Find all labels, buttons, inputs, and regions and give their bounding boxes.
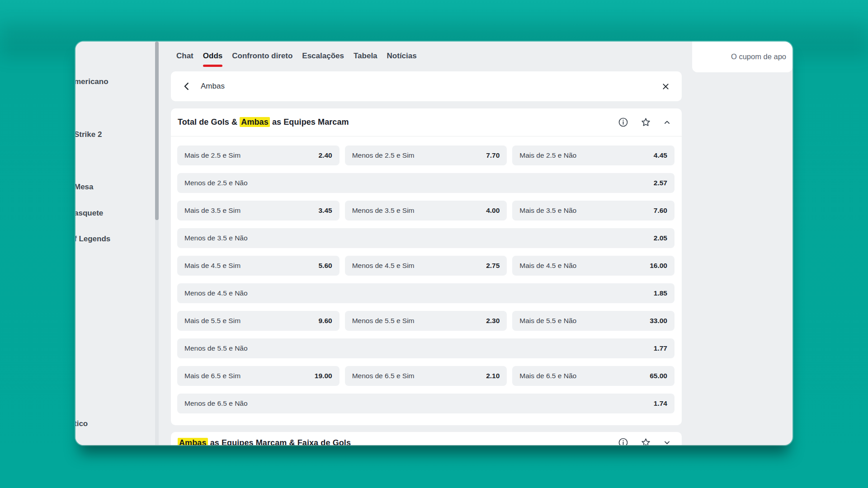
odds-button[interactable]: Mais de 2.5 e Sim 2.40: [177, 145, 340, 165]
odds-value: 16.00: [650, 262, 667, 270]
odds-button[interactable]: Menos de 3.5 e Não 2.05: [177, 228, 675, 248]
odds-value: 19.00: [315, 372, 332, 380]
odds-value: 4.45: [654, 151, 667, 160]
market-title: Ambas as Equipes Marcam & Faixa de Gols: [178, 437, 351, 445]
sidebar-item-tico[interactable]: tico: [75, 418, 155, 429]
odds-button[interactable]: Mais de 2.5 e Não 4.45: [512, 145, 675, 165]
event-tabs: Chat Odds Confronto direto Escalações Ta…: [176, 52, 417, 66]
sidebar-item-basquete[interactable]: asquete: [75, 208, 155, 219]
tab-chat[interactable]: Chat: [176, 52, 193, 66]
market-header: Ambas as Equipes Marcam & Faixa de Gols: [171, 432, 682, 445]
odds-button[interactable]: Menos de 6.5 e Sim 2.10: [345, 366, 507, 386]
odds-label: Mais de 5.5 e Não: [519, 317, 576, 325]
bet-slip-panel: O cupom de apo: [692, 42, 793, 72]
odds-button[interactable]: Mais de 3.5 e Sim 3.45: [177, 201, 340, 221]
close-icon[interactable]: [661, 82, 670, 91]
market-header: Total de Gols & Ambas as Equipes Marcam: [171, 108, 682, 136]
odds-button[interactable]: Mais de 6.5 e Não 65.00: [512, 366, 675, 386]
sidebar-scrollbar-track: [155, 42, 159, 445]
odds-value: 7.70: [486, 151, 500, 160]
event-window: mericano Strike 2 Mesa asquete f Legends…: [75, 42, 793, 445]
highlighted-term: Ambas: [178, 438, 208, 445]
odds-label: Menos de 2.5 e Não: [184, 179, 248, 187]
odds-button[interactable]: Menos de 3.5 e Sim 4.00: [345, 201, 507, 221]
odds-label: Menos de 2.5 e Sim: [352, 151, 415, 160]
odds-button[interactable]: Mais de 5.5 e Não 33.00: [512, 311, 675, 331]
odds-button[interactable]: Mais de 4.5 e Sim 5.60: [177, 256, 340, 276]
odds-value: 4.00: [486, 206, 500, 215]
sidebar-item-americano[interactable]: mericano: [75, 76, 155, 87]
odds-value: 65.00: [650, 372, 667, 380]
sidebar-item-counter-strike-2[interactable]: Strike 2: [75, 129, 155, 140]
odds-button[interactable]: Mais de 3.5 e Não 7.60: [512, 201, 675, 221]
odds-value: 1.85: [654, 289, 667, 297]
odds-label: Mais de 6.5 e Sim: [184, 372, 241, 380]
odds-button[interactable]: Menos de 4.5 e Sim 2.75: [345, 256, 507, 276]
market-header-icons: [618, 437, 671, 445]
tab-confronto-direto[interactable]: Confronto direto: [232, 52, 292, 66]
odds-value: 2.75: [486, 262, 500, 270]
odds-value: 9.60: [318, 317, 332, 325]
odds-button[interactable]: Menos de 4.5 e Não 1.85: [177, 283, 675, 303]
favorite-star-icon[interactable]: [641, 437, 651, 445]
odds-value: 7.60: [654, 206, 667, 215]
odds-value: 1.74: [654, 399, 667, 408]
odds-value: 2.10: [486, 372, 500, 380]
odds-label: Mais de 6.5 e Não: [519, 372, 576, 380]
odds-button[interactable]: Menos de 6.5 e Não 1.74: [177, 394, 675, 413]
tab-noticias[interactable]: Notícias: [387, 52, 417, 66]
odds-label: Menos de 5.5 e Sim: [352, 317, 415, 325]
info-icon[interactable]: [618, 437, 628, 445]
odds-label: Mais de 2.5 e Não: [519, 151, 576, 160]
odds-value: 2.05: [654, 234, 667, 242]
odds-button[interactable]: Menos de 5.5 e Sim 2.30: [345, 311, 507, 331]
sidebar-item-tenis-de-mesa[interactable]: Mesa: [75, 182, 155, 192]
sidebar-item-league-of-legends[interactable]: f Legends: [75, 234, 155, 244]
bet-slip-empty-text: O cupom de apo: [731, 52, 786, 61]
odds-label: Menos de 4.5 e Sim: [352, 262, 415, 270]
odds-label: Mais de 2.5 e Sim: [184, 151, 241, 160]
market-total-gols-ambas: Total de Gols & Ambas as Equipes Marcam …: [171, 108, 682, 425]
highlighted-term: Ambas: [240, 117, 270, 127]
odds-button[interactable]: Menos de 2.5 e Sim 7.70: [345, 145, 507, 165]
odds-label: Menos de 3.5 e Não: [184, 234, 248, 242]
tab-odds[interactable]: Odds: [203, 52, 222, 66]
odds-label: Mais de 3.5 e Não: [519, 206, 576, 215]
odds-label: Menos de 5.5 e Não: [184, 344, 248, 352]
tab-tabela[interactable]: Tabela: [354, 52, 377, 66]
odds-label: Mais de 3.5 e Sim: [184, 206, 241, 215]
market-ambas-faixa-de-gols: Ambas as Equipes Marcam & Faixa de Gols: [171, 432, 682, 445]
odds-label: Mais de 4.5 e Sim: [184, 262, 241, 270]
odds-button[interactable]: Mais de 5.5 e Sim 9.60: [177, 311, 340, 331]
odds-value: 33.00: [650, 317, 667, 325]
odds-label: Menos de 3.5 e Sim: [352, 206, 415, 215]
odds-value: 2.40: [318, 151, 332, 160]
info-icon[interactable]: [618, 117, 628, 127]
sports-sidebar: mericano Strike 2 Mesa asquete f Legends…: [75, 42, 155, 445]
sidebar-scrollbar-thumb[interactable]: [155, 42, 159, 220]
odds-button[interactable]: Menos de 5.5 e Não 1.77: [177, 338, 675, 358]
odds-label: Menos de 6.5 e Não: [184, 399, 248, 408]
odds-label: Menos de 6.5 e Sim: [352, 372, 415, 380]
odds-button[interactable]: Mais de 6.5 e Sim 19.00: [177, 366, 340, 386]
search-query: Ambas: [201, 82, 225, 91]
odds-label: Mais de 5.5 e Sim: [184, 317, 241, 325]
back-chevron-icon[interactable]: [182, 81, 192, 91]
market-search-bar[interactable]: Ambas: [171, 71, 682, 101]
market-header-icons: [618, 117, 671, 127]
odds-label: Menos de 4.5 e Não: [184, 289, 248, 297]
odds-value: 3.45: [318, 206, 332, 215]
expand-chevron-down-icon[interactable]: [663, 439, 671, 445]
odds-button[interactable]: Mais de 4.5 e Não 16.00: [512, 256, 675, 276]
collapse-chevron-up-icon[interactable]: [663, 118, 671, 126]
market-title: Total de Gols & Ambas as Equipes Marcam: [178, 117, 349, 127]
odds-value: 1.77: [654, 344, 667, 352]
tab-escalacoes[interactable]: Escalações: [302, 52, 344, 66]
odds-value: 2.57: [654, 179, 667, 187]
odds-grid: Mais de 2.5 e Sim 2.40 Menos de 2.5 e Si…: [177, 145, 675, 413]
odds-value: 2.30: [486, 317, 500, 325]
odds-button[interactable]: Menos de 2.5 e Não 2.57: [177, 173, 675, 193]
odds-label: Mais de 4.5 e Não: [519, 262, 576, 270]
odds-value: 5.60: [318, 262, 332, 270]
favorite-star-icon[interactable]: [641, 117, 651, 127]
